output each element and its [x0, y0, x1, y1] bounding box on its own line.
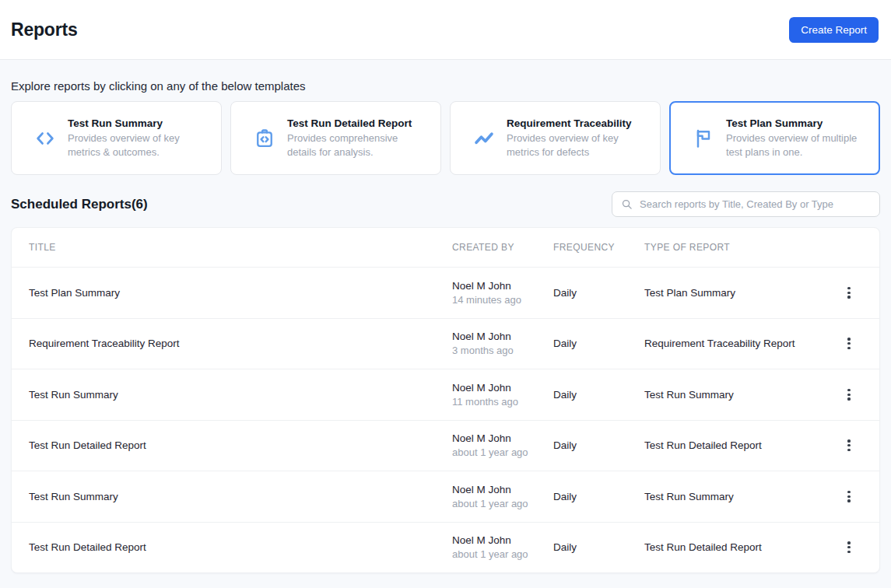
- template-card-title: Test Run Summary: [68, 117, 209, 129]
- kebab-dot: [847, 495, 850, 498]
- created-by-name: Noel M John: [452, 484, 553, 495]
- kebab-dot: [847, 449, 850, 451]
- template-card[interactable]: Test Plan Summary Provides overview of m…: [669, 101, 880, 175]
- created-by-name: Noel M John: [452, 331, 553, 342]
- row-actions-menu-button[interactable]: [841, 537, 856, 557]
- report-title-cell: Test Run Detailed Report: [29, 541, 452, 553]
- kebab-dot: [847, 296, 850, 298]
- table-body: Test Plan Summary Noel M John 14 minutes…: [12, 267, 879, 572]
- kebab-dot: [847, 499, 850, 502]
- row-actions-menu-button[interactable]: [841, 436, 856, 455]
- template-card-title: Test Run Detailed Report: [287, 117, 428, 129]
- template-card-title: Requirement Traceability: [507, 117, 647, 129]
- page-title: Reports: [11, 19, 78, 40]
- template-card[interactable]: Requirement Traceability Provides overvi…: [450, 101, 661, 175]
- created-by-cell: Noel M John about 1 year ago: [452, 432, 553, 458]
- report-type-cell: Test Run Summary: [644, 389, 831, 401]
- frequency-cell: Daily: [553, 338, 644, 349]
- kebab-dot: [847, 397, 850, 400]
- report-title-cell: Test Plan Summary: [29, 287, 452, 299]
- created-by-cell: Noel M John 11 months ago: [452, 382, 553, 408]
- page-header: Reports Create Report: [0, 0, 891, 60]
- templates-intro-text: Explore reports by clicking on any of th…: [11, 79, 880, 93]
- table-row[interactable]: Test Run Summary Noel M John 11 months a…: [12, 369, 879, 420]
- trend-line-icon: [473, 128, 495, 149]
- kebab-dot: [847, 394, 850, 396]
- row-actions-menu-button[interactable]: [841, 334, 856, 353]
- table-row[interactable]: Test Run Detailed Report Noel M John abo…: [12, 522, 879, 573]
- template-card-description: Provides comprehensive details for analy…: [287, 131, 428, 159]
- frequency-cell: Daily: [553, 491, 644, 502]
- clipboard-code-icon: [254, 128, 275, 149]
- flag-icon: [693, 128, 714, 149]
- report-title-cell: Test Run Summary: [29, 389, 452, 401]
- report-type-cell: Test Plan Summary: [644, 287, 831, 299]
- created-by-cell: Noel M John about 1 year ago: [452, 484, 553, 509]
- kebab-dot: [847, 546, 850, 548]
- column-header-type-of-report: TYPE OF REPORT: [644, 242, 831, 253]
- frequency-cell: Daily: [553, 439, 644, 451]
- column-header-frequency: FREQUENCY: [553, 242, 644, 253]
- template-card[interactable]: Test Run Summary Provides overview of ke…: [11, 101, 222, 175]
- row-actions-menu-button[interactable]: [841, 385, 856, 404]
- created-by-name: Noel M John: [452, 534, 553, 546]
- template-card-description: Provides overview of key metrics for def…: [507, 131, 647, 159]
- code-icon: [34, 128, 56, 149]
- report-type-cell: Test Run Detailed Report: [644, 439, 831, 451]
- row-actions-menu-button[interactable]: [841, 283, 856, 303]
- report-type-cell: Test Run Detailed Report: [644, 541, 831, 553]
- kebab-dot: [847, 541, 850, 544]
- create-report-button[interactable]: Create Report: [789, 17, 879, 43]
- kebab-dot: [847, 292, 850, 294]
- created-by-name: Noel M John: [452, 280, 553, 292]
- kebab-dot: [847, 439, 850, 442]
- search-input[interactable]: [640, 198, 872, 210]
- created-when: 3 months ago: [452, 345, 553, 356]
- frequency-cell: Daily: [553, 389, 644, 401]
- row-actions-menu-button[interactable]: [841, 487, 856, 506]
- template-cards-row: Test Run Summary Provides overview of ke…: [11, 101, 880, 175]
- report-type-cell: Test Run Summary: [644, 491, 831, 502]
- created-by-cell: Noel M John 14 minutes ago: [452, 280, 553, 306]
- created-when: 11 months ago: [452, 396, 553, 408]
- kebab-dot: [847, 551, 850, 553]
- kebab-dot: [847, 491, 850, 493]
- created-when: about 1 year ago: [452, 498, 553, 509]
- search-box: [612, 191, 880, 217]
- scheduled-reports-header: Scheduled Reports(6): [11, 191, 880, 217]
- column-header-title: TITLE: [29, 242, 452, 253]
- table-row[interactable]: Test Plan Summary Noel M John 14 minutes…: [12, 267, 879, 318]
- template-card-title: Test Plan Summary: [726, 117, 867, 129]
- created-when: about 1 year ago: [452, 446, 553, 458]
- scheduled-reports-heading: Scheduled Reports(6): [11, 197, 148, 212]
- table-header-row: TITLE CREATED BY FREQUENCY TYPE OF REPOR…: [12, 228, 879, 267]
- kebab-dot: [847, 287, 850, 289]
- created-by-name: Noel M John: [452, 432, 553, 444]
- created-by-cell: Noel M John about 1 year ago: [452, 534, 553, 560]
- kebab-dot: [847, 347, 850, 349]
- template-card-description: Provides overview of key metrics & outco…: [68, 131, 209, 159]
- report-type-cell: Requirement Traceability Report: [644, 338, 831, 349]
- kebab-dot: [847, 338, 850, 340]
- template-card[interactable]: Test Run Detailed Report Provides compre…: [230, 101, 441, 175]
- created-by-cell: Noel M John 3 months ago: [452, 331, 553, 356]
- page-content: Explore reports by clicking on any of th…: [0, 79, 891, 573]
- column-header-created-by: CREATED BY: [452, 242, 553, 253]
- report-title-cell: Test Run Detailed Report: [29, 439, 452, 451]
- created-when: 14 minutes ago: [452, 294, 553, 306]
- frequency-cell: Daily: [553, 287, 644, 299]
- report-title-cell: Requirement Traceability Report: [29, 338, 452, 349]
- table-row[interactable]: Requirement Traceability Report Noel M J…: [12, 318, 879, 369]
- kebab-dot: [847, 389, 850, 391]
- search-icon: [621, 198, 633, 210]
- table-row[interactable]: Test Run Detailed Report Noel M John abo…: [12, 420, 879, 471]
- kebab-dot: [847, 444, 850, 446]
- template-card-description: Provides overview of multiple test plans…: [726, 131, 867, 159]
- scheduled-reports-table: TITLE CREATED BY FREQUENCY TYPE OF REPOR…: [11, 227, 880, 573]
- created-when: about 1 year ago: [452, 548, 553, 560]
- created-by-name: Noel M John: [452, 382, 553, 394]
- report-title-cell: Test Run Summary: [29, 491, 452, 502]
- table-row[interactable]: Test Run Summary Noel M John about 1 yea…: [12, 471, 879, 522]
- frequency-cell: Daily: [553, 541, 644, 553]
- kebab-dot: [847, 342, 850, 345]
